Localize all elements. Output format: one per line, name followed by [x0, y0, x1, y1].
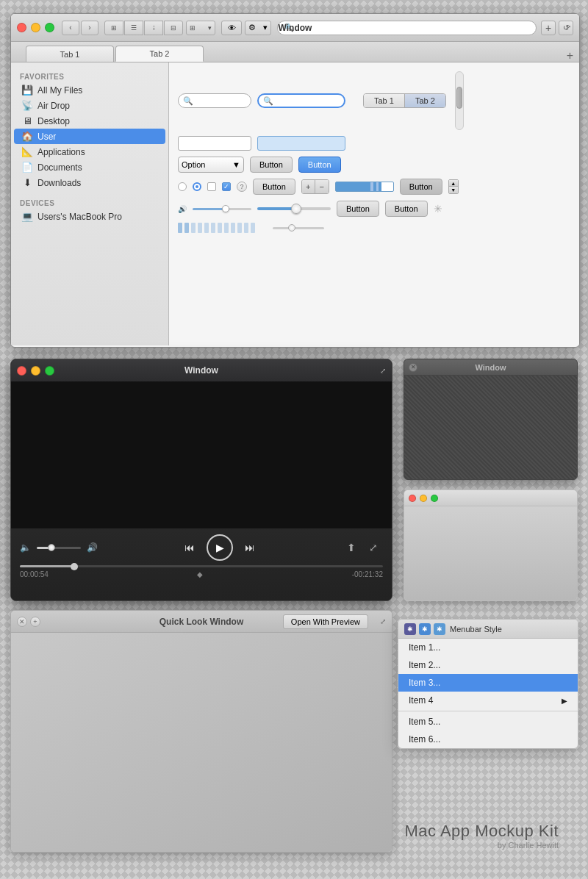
sidebar-item-all-my-files[interactable]: 💾 All My Files: [14, 82, 165, 98]
icon-view-button[interactable]: ⊞: [104, 21, 123, 35]
column-view-button[interactable]: ⫶: [144, 21, 163, 35]
forward-button[interactable]: ›: [81, 21, 98, 35]
menu-item-6[interactable]: Item 6...: [398, 731, 578, 748]
view-buttons: ⊞ ☰ ⫶ ⊟: [104, 21, 186, 35]
flow-view-button[interactable]: ⊟: [164, 21, 183, 35]
finder-search-bar[interactable]: 🔍: [277, 21, 537, 35]
button-6[interactable]: Button: [385, 201, 428, 217]
menu-plugin-icon-3: ✱: [434, 623, 445, 635]
ql-expand-icon: ⤢: [380, 617, 386, 625]
menu-item-5[interactable]: Item 5...: [398, 713, 578, 731]
finder-tab-2[interactable]: Tab 2: [115, 46, 204, 62]
radio-unselected[interactable]: [178, 182, 187, 191]
sidebar-item-applications[interactable]: 📐 Applications: [14, 144, 165, 159]
segment-dots: [178, 223, 255, 233]
button-5[interactable]: Button: [337, 201, 379, 217]
dark-titlebar: ✕ Window: [404, 359, 577, 376]
sidebar-item-label: All My Files: [37, 85, 82, 96]
media-close-button[interactable]: [17, 366, 26, 376]
back-button[interactable]: ‹: [62, 21, 79, 35]
seg-dot-2: [184, 223, 189, 233]
media-maximize-button[interactable]: [45, 366, 54, 376]
text-input-1[interactable]: [178, 136, 251, 151]
add-tab-button[interactable]: +: [541, 21, 556, 35]
media-titlebar: Window ⤢: [11, 359, 392, 381]
list-view-button[interactable]: ☰: [124, 21, 143, 35]
search-input-1[interactable]: [178, 93, 251, 108]
finder-window: ‹ › ⊞ ☰ ⫶ ⊟ ⊞ ▾ 👁 ⚙ ▾ 🔍 + ↺ ⤢ Window Tab…: [10, 13, 580, 348]
scrollbar-thumb: [456, 87, 462, 109]
checkbox-checked[interactable]: ✓: [222, 182, 231, 191]
media-minimize-button[interactable]: [31, 366, 40, 376]
button-4[interactable]: Button: [400, 179, 442, 195]
media-time-current: 00:00:54: [20, 570, 49, 578]
plus-button[interactable]: +: [302, 180, 315, 193]
media-volume-thumb: [48, 544, 55, 551]
new-tab-plus[interactable]: +: [567, 49, 573, 62]
light-maximize-button[interactable]: [431, 495, 438, 502]
sidebar-item-desktop[interactable]: 🖥 Desktop: [14, 113, 165, 129]
play-pause-button[interactable]: ▶: [207, 534, 233, 561]
light-close-button[interactable]: [409, 495, 416, 502]
seg-dot-10: [237, 223, 242, 233]
menu-item-2[interactable]: Item 2...: [398, 656, 578, 674]
sidebar-item-air-drop[interactable]: 📡 Air Drop: [14, 98, 165, 113]
menu-item-3[interactable]: Item 3...: [398, 674, 578, 692]
media-title: Window: [184, 365, 218, 376]
light-minimize-button[interactable]: [420, 495, 427, 502]
checkbox-unchecked[interactable]: [207, 182, 216, 191]
search-input-2[interactable]: [257, 93, 345, 108]
minus-button[interactable]: −: [315, 180, 329, 193]
volume-slider[interactable]: [193, 208, 251, 210]
sidebar-item-macbook[interactable]: 💻 Users's MacBook Pro: [14, 209, 165, 224]
sidebar-item-documents[interactable]: 📄 Documents: [14, 159, 165, 175]
desktop-icon: 🖥: [21, 115, 33, 126]
button-3[interactable]: Button: [253, 179, 295, 195]
ql-close-button[interactable]: ✕: [17, 617, 27, 627]
controls-row-2: [178, 136, 570, 151]
controls-area: Tab 1 Tab 2 Option: [178, 71, 570, 233]
menu-item-4[interactable]: Item 4 ▶: [398, 692, 578, 709]
close-button[interactable]: [17, 23, 26, 32]
sidebar-item-downloads[interactable]: ⬇ Downloads: [14, 175, 165, 190]
option-select[interactable]: Option ▼: [178, 157, 244, 173]
dark-close-button[interactable]: ✕: [409, 363, 417, 372]
gear-button[interactable]: ⚙ ▾: [245, 21, 271, 35]
button-2-blue[interactable]: Button: [298, 157, 341, 173]
button-1[interactable]: Button: [250, 157, 293, 173]
rewind-button[interactable]: ⏮: [180, 538, 199, 557]
share-button[interactable]: ⬆: [342, 538, 361, 557]
media-playback-row: 🔈 🔊 ⏮ ▶ ⏭ ⬆ ⤢: [20, 534, 383, 561]
slider-track[interactable]: [257, 207, 331, 210]
ql-open-preview-button[interactable]: Open With Preview: [283, 614, 368, 629]
fast-forward-button[interactable]: ⏭: [240, 538, 259, 557]
media-volume-slider[interactable]: [37, 547, 81, 549]
stepper-up[interactable]: ▲: [449, 180, 458, 187]
ql-plus-button[interactable]: +: [30, 617, 40, 627]
radio-selected[interactable]: [193, 182, 201, 191]
maximize-button[interactable]: [45, 23, 54, 32]
media-expand-icon: ⤢: [380, 367, 386, 375]
minimize-button[interactable]: [31, 23, 40, 32]
sidebar-item-label: Downloads: [37, 178, 81, 188]
eye-button[interactable]: 👁: [221, 21, 242, 35]
small-slider[interactable]: [273, 227, 324, 229]
menu-plugin-icon-2: ✱: [419, 623, 431, 635]
ctrl-tab-1[interactable]: Tab 1: [364, 94, 405, 107]
text-input-2[interactable]: [257, 136, 345, 151]
finder-tab-1[interactable]: Tab 1: [26, 46, 114, 62]
seg-dot-4: [198, 223, 202, 233]
menu-item-1[interactable]: Item 1...: [398, 639, 578, 656]
help-button[interactable]: ?: [237, 182, 247, 192]
small-slider-container: [273, 227, 324, 229]
media-progress-bar[interactable]: [20, 565, 383, 567]
view-dropdown[interactable]: ⊞ ▾: [186, 21, 215, 35]
ctrl-tab-2[interactable]: Tab 2: [405, 94, 445, 107]
stepper-down[interactable]: ▼: [449, 187, 458, 193]
fullscreen-button[interactable]: ⤢: [364, 538, 383, 557]
media-time-remaining: -00:21:32: [352, 570, 383, 578]
view-dropdown-arrow: ▾: [208, 24, 212, 32]
sidebar-item-user[interactable]: 🏠 User: [14, 129, 165, 144]
volume-icon-right: 🔊: [87, 542, 98, 553]
scrollbar-vertical[interactable]: [455, 71, 464, 130]
